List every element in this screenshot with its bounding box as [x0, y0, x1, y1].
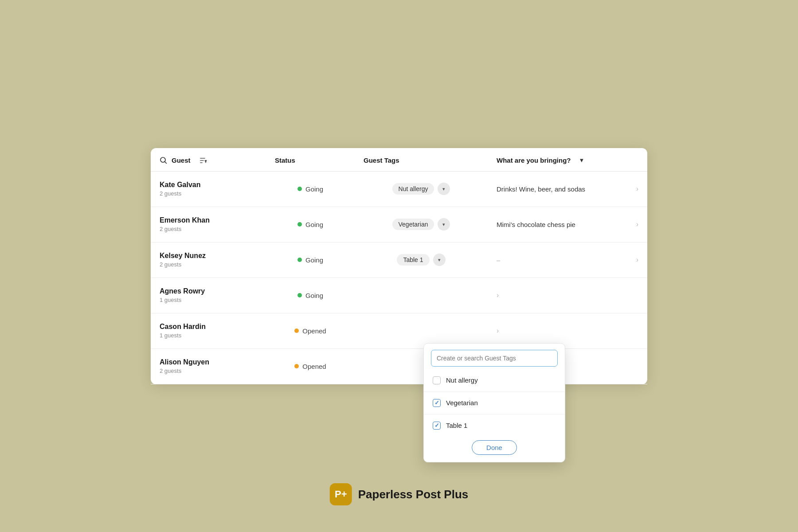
search-icon: [160, 156, 167, 164]
status-cell: Going: [266, 207, 355, 242]
th-guest-label: Guest: [172, 156, 191, 164]
tags-cell: Table 1 ▾: [355, 243, 488, 278]
table-row: Kelsey Nunez 2 guests Going Table 1 ▾ – …: [151, 243, 647, 278]
status-label: Going: [305, 221, 323, 228]
guest-count: 2 guests: [160, 190, 257, 197]
tag-pill: Vegetarian: [392, 219, 434, 230]
status-cell: Going: [266, 172, 355, 207]
status-label: Opened: [302, 327, 326, 335]
status-dot-going: [297, 258, 302, 262]
guest-count: 2 guests: [160, 368, 257, 374]
tags-cell: Vegetarian ▾: [355, 207, 488, 242]
dropdown-divider: [424, 414, 565, 415]
tag-dropdown-button[interactable]: ▾: [438, 183, 450, 195]
guest-count: 2 guests: [160, 226, 257, 232]
guest-name: Emerson Khan: [160, 216, 257, 224]
status-cell: Opened: [266, 313, 355, 348]
checkbox-table1[interactable]: [433, 422, 441, 430]
table-row: Alison Nguyen 2 guests Opened ›: [151, 349, 647, 384]
dropdown-option-table1[interactable]: Table 1: [424, 416, 565, 435]
guest-count: 1 guests: [160, 332, 257, 339]
table-row: Agnes Rowry 1 guests Going ›: [151, 278, 647, 313]
logo-text: P+: [335, 489, 347, 500]
guest-count: 2 guests: [160, 261, 257, 268]
guest-info-cell: Cason Hardin 1 guests: [151, 313, 266, 348]
row-chevron-right[interactable]: ›: [636, 220, 638, 228]
tag-dropdown-button[interactable]: ▾: [438, 218, 450, 231]
status-dot-opened: [294, 364, 299, 368]
row-chevron-right[interactable]: ›: [636, 256, 638, 264]
bringing-cell: Drinks! Wine, beer, and sodas ›: [488, 172, 647, 207]
status-dot-going: [297, 293, 302, 297]
row-chevron-right[interactable]: ›: [497, 291, 499, 299]
app-name-label: Paperless Post Plus: [358, 488, 469, 501]
status-label: Opened: [302, 363, 326, 370]
dropdown-divider: [424, 391, 565, 392]
status-cell: Going: [266, 278, 355, 313]
guest-name: Agnes Rowry: [160, 287, 257, 295]
guest-info-cell: Emerson Khan 2 guests: [151, 207, 266, 242]
tags-cell: [355, 278, 488, 313]
guest-tags-search-input[interactable]: [431, 350, 558, 367]
guest-name: Kelsey Nunez: [160, 252, 257, 260]
bringing-text: Drinks! Wine, beer, and sodas: [497, 185, 585, 193]
option-label-table1: Table 1: [446, 422, 467, 429]
guest-name: Cason Hardin: [160, 323, 257, 331]
status-label: Going: [305, 256, 323, 264]
row-chevron-right[interactable]: ›: [636, 185, 638, 193]
tag-pill: Nut allergy: [392, 183, 434, 195]
svg-line-1: [165, 162, 167, 164]
dropdown-option-nut-allergy[interactable]: Nut allergy: [424, 371, 565, 390]
tag-dropdown-button[interactable]: ▾: [433, 254, 446, 266]
status-dot-going: [297, 222, 302, 227]
guest-name: Kate Galvan: [160, 181, 257, 189]
row-chevron-right[interactable]: ›: [497, 327, 499, 335]
dropdown-option-vegetarian[interactable]: Vegetarian: [424, 394, 565, 412]
bringing-cell: Mimi's chocolate chess pie ›: [488, 207, 647, 242]
th-bringing: What are you bringing? ▼: [488, 148, 647, 171]
paperless-post-logo: P+: [330, 483, 352, 505]
status-label: Going: [305, 292, 323, 299]
th-status: Status: [266, 148, 355, 171]
guest-info-cell: Alison Nguyen 2 guests: [151, 349, 266, 384]
status-cell: Going: [266, 243, 355, 278]
th-tags: Guest Tags: [355, 148, 488, 171]
status-label: Going: [305, 185, 323, 193]
guest-count: 1 guests: [160, 297, 257, 303]
guest-table-card: Guest Status Guest Tags What are you bri…: [151, 148, 647, 384]
status-cell: Opened: [266, 349, 355, 384]
bringing-col-chevron[interactable]: ▼: [579, 157, 585, 164]
table-row: Kate Galvan 2 guests Going Nut allergy ▾…: [151, 172, 647, 207]
th-guest: Guest: [151, 148, 266, 171]
dropdown-search-wrap: [424, 344, 565, 371]
guest-name: Alison Nguyen: [160, 358, 257, 366]
guest-tags-dropdown: Nut allergy Vegetarian Table 1 Done: [423, 343, 565, 462]
guest-info-cell: Agnes Rowry 1 guests: [151, 278, 266, 313]
option-label-vegetarian: Vegetarian: [446, 399, 478, 407]
bringing-cell: – ›: [488, 243, 647, 278]
sort-icon[interactable]: [199, 156, 207, 165]
bringing-empty: –: [497, 256, 500, 264]
guest-info-cell: Kate Galvan 2 guests: [151, 172, 266, 207]
done-btn-wrap: Done: [424, 435, 565, 455]
bringing-text: Mimi's chocolate chess pie: [497, 221, 575, 228]
checkbox-nut-allergy[interactable]: [433, 376, 441, 384]
table-row: Emerson Khan 2 guests Going Vegetarian ▾…: [151, 207, 647, 243]
done-button[interactable]: Done: [472, 440, 517, 455]
status-dot-opened: [294, 329, 299, 333]
footer-bar: P+ Paperless Post Plus: [330, 483, 469, 505]
option-label-nut-allergy: Nut allergy: [446, 376, 478, 384]
table-header: Guest Status Guest Tags What are you bri…: [151, 148, 647, 172]
bringing-cell: ›: [488, 278, 647, 313]
checkbox-vegetarian[interactable]: [433, 399, 441, 407]
status-dot-going: [297, 187, 302, 191]
table-row: Cason Hardin 1 guests Opened ›: [151, 313, 647, 349]
guest-info-cell: Kelsey Nunez 2 guests: [151, 243, 266, 278]
tag-pill: Table 1: [397, 254, 429, 266]
tags-cell: Nut allergy ▾: [355, 172, 488, 207]
svg-marker-5: [205, 161, 207, 163]
